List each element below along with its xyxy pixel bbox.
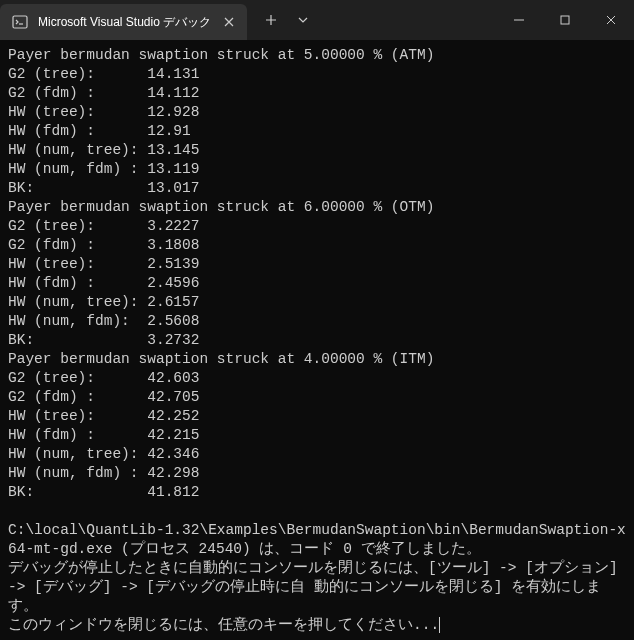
- output-line: BK: 3.2732: [8, 332, 199, 348]
- output-line: HW (fdm) : 42.215: [8, 427, 199, 443]
- output-line: HW (num, tree): 13.145: [8, 142, 199, 158]
- output-line: G2 (tree): 42.603: [8, 370, 199, 386]
- output-line: HW (tree): 12.928: [8, 104, 199, 120]
- output-line: HW (num, fdm) : 13.119: [8, 161, 199, 177]
- output-line: Payer bermudan swaption struck at 4.0000…: [8, 351, 434, 367]
- tab-title: Microsoft Visual Studio デバック: [38, 14, 211, 31]
- output-line: HW (tree): 42.252: [8, 408, 199, 424]
- cursor: [439, 617, 440, 633]
- output-line: HW (fdm) : 2.4596: [8, 275, 199, 291]
- output-line: G2 (tree): 14.131: [8, 66, 199, 82]
- titlebar: Microsoft Visual Studio デバック: [0, 0, 634, 40]
- output-line: HW (num, tree): 2.6157: [8, 294, 199, 310]
- tab-dropdown-button[interactable]: [287, 4, 319, 36]
- terminal-icon: [12, 14, 28, 30]
- output-line: BK: 41.812: [8, 484, 199, 500]
- svg-rect-3: [561, 16, 569, 24]
- output-line: HW (fdm) : 12.91: [8, 123, 191, 139]
- output-line: C:\local\QuantLib-1.32\Examples\Bermudan…: [8, 522, 626, 557]
- output-line: デバッグが停止したときに自動的にコンソールを閉じるには、[ツール] -> [オプ…: [8, 560, 626, 614]
- close-button[interactable]: [588, 0, 634, 40]
- output-line: Payer bermudan swaption struck at 5.0000…: [8, 47, 434, 63]
- output-line: HW (tree): 2.5139: [8, 256, 199, 272]
- output-line: HW (num, fdm) : 42.298: [8, 465, 199, 481]
- minimize-button[interactable]: [496, 0, 542, 40]
- output-line: Payer bermudan swaption struck at 6.0000…: [8, 199, 434, 215]
- output-line: G2 (tree): 3.2227: [8, 218, 199, 234]
- titlebar-actions: [255, 0, 496, 40]
- window-controls: [496, 0, 634, 40]
- output-line: このウィンドウを閉じるには、任意のキーを押してください...: [8, 617, 439, 633]
- svg-rect-0: [13, 16, 27, 28]
- output-line: HW (num, fdm): 2.5608: [8, 313, 199, 329]
- output-line: G2 (fdm) : 14.112: [8, 85, 199, 101]
- tab-active[interactable]: Microsoft Visual Studio デバック: [0, 4, 247, 40]
- terminal-output[interactable]: Payer bermudan swaption struck at 5.0000…: [0, 40, 634, 640]
- output-line: G2 (fdm) : 42.705: [8, 389, 199, 405]
- output-line: G2 (fdm) : 3.1808: [8, 237, 199, 253]
- output-line: BK: 13.017: [8, 180, 199, 196]
- tab-close-button[interactable]: [221, 14, 237, 30]
- output-line: HW (num, tree): 42.346: [8, 446, 199, 462]
- new-tab-button[interactable]: [255, 4, 287, 36]
- maximize-button[interactable]: [542, 0, 588, 40]
